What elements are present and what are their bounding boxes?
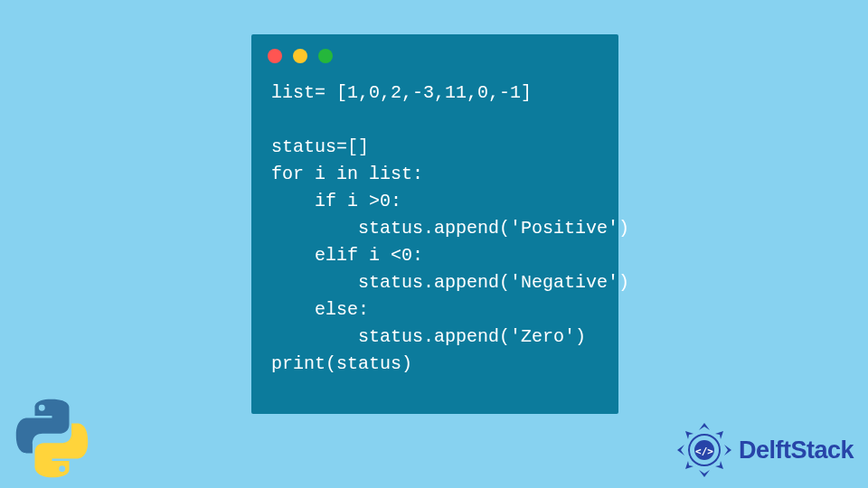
code-line: status.append('Zero') — [271, 326, 586, 347]
code-line: for i in list: — [271, 164, 423, 184]
svg-marker-6 — [685, 461, 693, 469]
delftstack-brand: </> DelftStack — [675, 421, 854, 479]
svg-marker-1 — [699, 470, 710, 477]
code-block: list= [1,0,2,-3,11,0,-1] status=[] for i… — [251, 70, 618, 378]
code-line: list= [1,0,2,-3,11,0,-1] — [271, 82, 532, 103]
code-line: else: — [271, 299, 369, 320]
code-line: elif i <0: — [271, 245, 423, 266]
minimize-icon — [293, 49, 307, 63]
window-titlebar — [251, 34, 618, 70]
code-line: status.append('Positive') — [271, 218, 629, 239]
code-line: print(status) — [271, 353, 412, 374]
svg-marker-7 — [715, 461, 723, 469]
svg-text:</>: </> — [695, 446, 713, 457]
svg-marker-4 — [685, 431, 693, 439]
delftstack-logo-icon: </> — [675, 421, 733, 479]
brand-name: DelftStack — [739, 436, 854, 465]
code-line: status.append('Negative') — [271, 272, 629, 293]
svg-marker-5 — [715, 431, 723, 439]
code-window: list= [1,0,2,-3,11,0,-1] status=[] for i… — [251, 34, 618, 414]
code-line: if i >0: — [271, 191, 401, 211]
svg-marker-2 — [677, 445, 684, 455]
svg-marker-3 — [724, 445, 731, 455]
svg-marker-0 — [699, 423, 710, 430]
maximize-icon — [318, 49, 333, 63]
close-icon — [268, 49, 282, 63]
code-line: status=[] — [271, 136, 369, 157]
python-logo-icon — [9, 389, 95, 488]
